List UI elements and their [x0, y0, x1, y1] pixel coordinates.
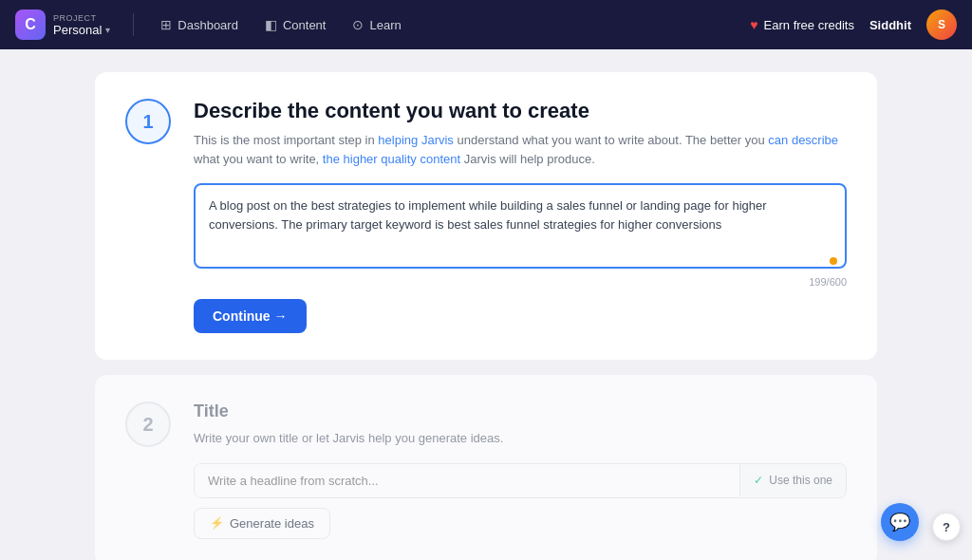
nav-links: ⊞ Dashboard ◧ Content ⊙ Learn	[149, 11, 742, 38]
dashboard-icon: ⊞	[160, 17, 172, 32]
avatar[interactable]: S	[926, 9, 957, 40]
nav-dashboard-link[interactable]: ⊞ Dashboard	[149, 11, 250, 38]
help-button[interactable]: ?	[932, 513, 961, 541]
lightning-icon: ⚡	[210, 516, 224, 530]
content-icon: ◧	[265, 17, 277, 32]
nav-brand[interactable]: C Project Personal ▾	[15, 9, 110, 40]
heart-icon: ♥	[750, 17, 757, 32]
step-2-card: 2 Title Write your own title or let Jarv…	[95, 375, 877, 560]
step-2-number: 2	[125, 401, 171, 447]
nav-right: ♥ Earn free credits Siddhit S	[750, 9, 957, 40]
learn-icon: ⊙	[352, 17, 364, 32]
nav-divider	[133, 13, 134, 36]
step-1-content: Describe the content you want to create …	[194, 99, 847, 333]
content-textarea[interactable]: A blog post on the best strategies to im…	[194, 183, 847, 269]
nav-username: Siddhit	[869, 18, 911, 32]
main-content: 1 Describe the content you want to creat…	[0, 49, 972, 560]
nav-learn-link[interactable]: ⊙ Learn	[341, 11, 412, 38]
continue-button[interactable]: Continue →	[194, 299, 307, 333]
step-1-card: 1 Describe the content you want to creat…	[95, 72, 877, 360]
earn-credits-button[interactable]: ♥ Earn free credits	[750, 17, 854, 32]
nav-logo: C	[15, 9, 46, 40]
content-textarea-wrapper: A blog post on the best strategies to im…	[194, 183, 847, 272]
step-2-description: Write your own title or let Jarvis help …	[194, 429, 847, 448]
chat-button[interactable]: 💬	[881, 503, 919, 541]
generate-ideas-button[interactable]: ⚡ Generate ideas	[194, 508, 330, 539]
char-count: 199/600	[194, 276, 847, 288]
chevron-down-icon: ▾	[105, 25, 110, 35]
chat-icon: 💬	[889, 512, 910, 532]
step-1-number: 1	[125, 99, 171, 144]
title-input[interactable]	[195, 464, 739, 497]
navbar: C Project Personal ▾ ⊞ Dashboard ◧ Conte…	[0, 0, 972, 49]
use-this-button[interactable]: ✓ Use this one	[739, 464, 846, 496]
step-1-title: Describe the content you want to create	[194, 99, 847, 123]
nav-content-link[interactable]: ◧ Content	[253, 11, 338, 38]
step-2-title: Title	[194, 401, 847, 421]
check-icon: ✓	[754, 474, 763, 487]
nav-project-label: Project	[53, 13, 110, 23]
yellow-dot-indicator	[830, 257, 837, 265]
nav-project-name: Personal ▾	[53, 23, 110, 37]
title-input-row: ✓ Use this one	[194, 463, 847, 498]
help-label: ?	[943, 520, 950, 534]
step-2-content: Title Write your own title or let Jarvis…	[194, 401, 847, 539]
step-1-description: This is the most important step in helpi…	[194, 131, 847, 168]
nav-project: Project Personal ▾	[53, 13, 110, 37]
